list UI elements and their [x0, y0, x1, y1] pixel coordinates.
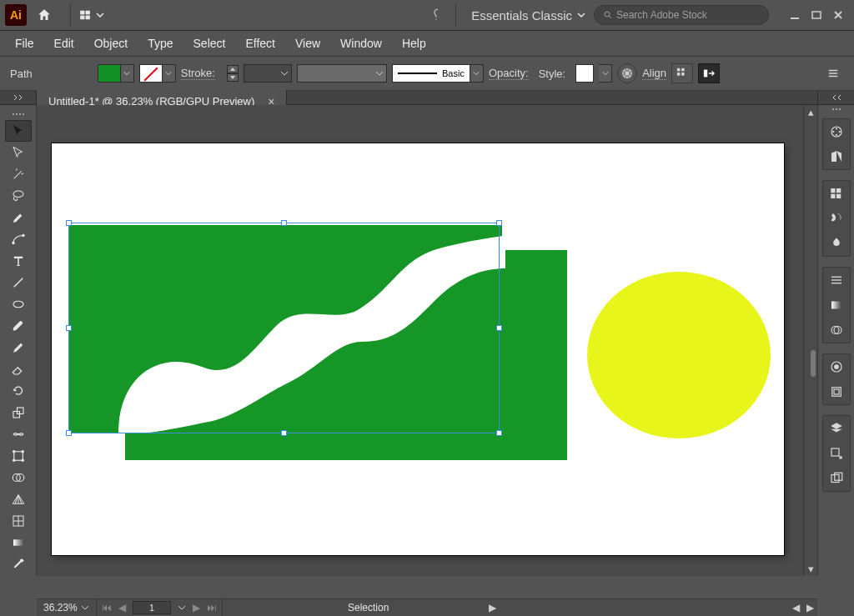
menu-select[interactable]: Select [183, 32, 236, 55]
stroke-swatch-dropdown[interactable] [163, 64, 176, 83]
arrange-documents-button[interactable] [78, 4, 104, 26]
curvature-tool[interactable] [5, 228, 32, 250]
scroll-left-button[interactable]: ◀ [789, 602, 803, 613]
vertical-scrollbar[interactable]: ▴ ▾ [803, 105, 817, 576]
artboard[interactable] [52, 143, 784, 555]
workspace-switcher[interactable]: Essentials Classic [463, 3, 594, 27]
artboard-number-field[interactable]: 1 [133, 601, 171, 614]
menu-type[interactable]: Type [138, 32, 183, 55]
variable-width-profile[interactable] [297, 64, 387, 83]
menu-help[interactable]: Help [392, 32, 436, 55]
artboards-panel-button[interactable] [823, 466, 850, 491]
ellipse-tool[interactable] [5, 293, 32, 315]
stroke-panel-button[interactable] [823, 268, 850, 293]
prev-artboard-button[interactable]: ◀ [118, 602, 126, 613]
stroke-label[interactable]: Stroke: [181, 67, 215, 80]
selection-tool[interactable] [5, 120, 32, 142]
rotate-tool[interactable] [5, 380, 32, 402]
fill-swatch[interactable] [98, 64, 121, 83]
line-segment-tool[interactable] [5, 272, 32, 293]
brush-definition[interactable]: Basic [392, 64, 484, 83]
stock-search-field[interactable]: Search Adobe Stock [594, 5, 769, 25]
scroll-down-button[interactable]: ▾ [804, 562, 817, 576]
pencil-tool[interactable] [5, 337, 32, 358]
artboard-dropdown[interactable] [178, 603, 186, 612]
swatches-panel-button[interactable] [823, 181, 850, 206]
menu-view[interactable]: View [285, 32, 330, 55]
toolbox-expand-toggle[interactable] [0, 91, 37, 104]
color-panel-button[interactable] [823, 119, 850, 144]
graphic-style-dropdown[interactable] [599, 64, 612, 83]
eraser-tool[interactable] [5, 358, 32, 380]
selection-handle-bm[interactable] [281, 430, 287, 436]
mesh-tool[interactable] [5, 510, 32, 532]
menu-object[interactable]: Object [84, 32, 138, 55]
eyedropper-tool[interactable] [5, 553, 32, 575]
direct-selection-tool[interactable] [5, 142, 32, 163]
lasso-tool[interactable] [5, 185, 32, 207]
align-panel-button[interactable] [671, 63, 693, 83]
appearance-panel-button[interactable] [823, 354, 850, 379]
control-panel-menu[interactable] [822, 63, 844, 83]
status-menu-button[interactable]: ▶ [489, 602, 496, 613]
selection-handle-br[interactable] [496, 430, 502, 436]
stroke-weight-spinner[interactable] [227, 65, 239, 82]
stroke-swatch[interactable] [139, 64, 163, 83]
panel-grip[interactable] [826, 108, 846, 113]
graphic-styles-panel-button[interactable] [823, 379, 850, 404]
scale-tool[interactable] [5, 402, 32, 423]
toolbox-grip[interactable] [8, 113, 28, 118]
opacity-label[interactable]: Opacity: [489, 67, 529, 80]
align-label[interactable]: Align [642, 67, 666, 80]
first-artboard-button[interactable]: ⏮ [102, 602, 112, 613]
canvas-area[interactable]: ▴ ▾ [37, 105, 817, 576]
layers-panel-button[interactable] [823, 416, 850, 441]
search-help-icon[interactable] [427, 5, 449, 25]
graphic-style-swatch[interactable] [575, 64, 594, 83]
selection-handle-mr[interactable] [496, 325, 502, 331]
selection-bounding-box[interactable] [68, 223, 500, 433]
menu-file[interactable]: File [5, 32, 44, 55]
brushes-panel-button[interactable] [823, 206, 850, 231]
color-guide-panel-button[interactable] [823, 144, 850, 169]
free-transform-tool[interactable] [5, 445, 32, 467]
scroll-right-button[interactable]: ▶ [803, 602, 817, 613]
transparency-panel-button[interactable] [823, 318, 850, 343]
gradient-tool[interactable] [5, 532, 32, 553]
menu-effect[interactable]: Effect [235, 32, 285, 55]
paintbrush-tool[interactable] [5, 315, 32, 337]
scroll-up-button[interactable]: ▴ [804, 105, 817, 119]
brush-dropdown[interactable] [470, 64, 484, 83]
last-artboard-button[interactable]: ⏭ [207, 602, 217, 613]
width-tool[interactable] [5, 423, 32, 445]
selection-handle-ml[interactable] [66, 325, 72, 331]
symbols-panel-button[interactable] [823, 231, 850, 256]
selection-handle-tm[interactable] [281, 220, 287, 226]
recolor-artwork-button[interactable] [617, 63, 637, 83]
menu-window[interactable]: Window [330, 32, 392, 55]
transform-panel-button[interactable] [698, 63, 720, 83]
stroke-weight-field[interactable] [244, 64, 292, 83]
type-tool[interactable] [5, 250, 32, 272]
selection-handle-bl[interactable] [66, 430, 72, 436]
panel-scroll-thumb[interactable] [811, 350, 816, 377]
shape-yellow-ellipse[interactable] [587, 272, 771, 438]
maximize-button[interactable] [806, 6, 827, 24]
perspective-grid-tool[interactable] [5, 488, 32, 510]
pen-tool[interactable] [5, 207, 32, 228]
zoom-field[interactable]: 36.23% [37, 599, 97, 616]
shape-builder-tool[interactable] [5, 467, 32, 488]
magic-wand-tool[interactable] [5, 163, 32, 185]
menu-edit[interactable]: Edit [44, 32, 84, 55]
rightpanels-expand-toggle[interactable] [817, 91, 854, 104]
separator [455, 3, 456, 27]
close-button[interactable] [827, 6, 849, 24]
fill-swatch-dropdown[interactable] [121, 64, 134, 83]
selection-handle-tl[interactable] [66, 220, 72, 226]
selection-handle-tr[interactable] [496, 220, 502, 226]
asset-export-panel-button[interactable] [823, 441, 850, 466]
next-artboard-button[interactable]: ▶ [193, 602, 200, 613]
minimize-button[interactable] [784, 6, 806, 24]
home-button[interactable] [33, 4, 55, 26]
gradient-panel-button[interactable] [823, 293, 850, 318]
